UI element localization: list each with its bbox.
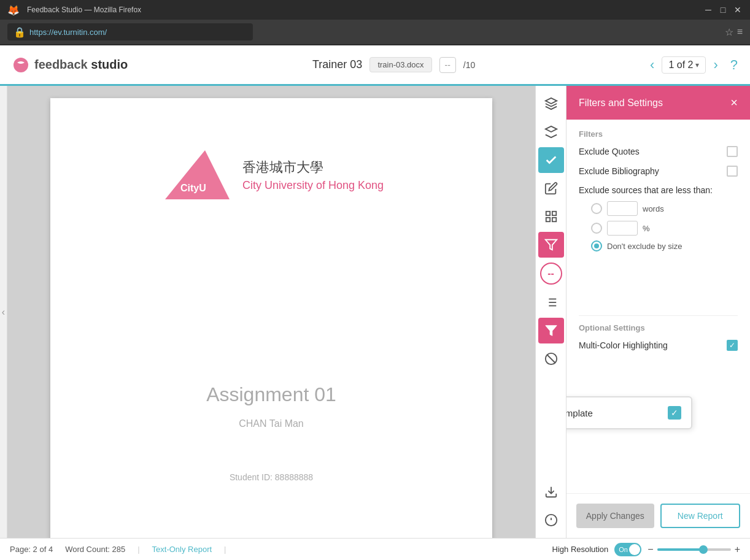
block-tool-btn[interactable] [538,346,564,372]
chevron-down-icon: ▾ [695,61,699,69]
dont-exclude-radio-btn[interactable] [591,240,602,251]
exclude-quotes-checkbox[interactable] [727,146,738,157]
exclude-template-label: Exclude Assignment Template [566,408,593,418]
words-input[interactable] [607,201,638,216]
zoom-slider-track [657,548,702,551]
maximize-btn[interactable]: □ [718,5,728,15]
words-unit-label: words [643,204,664,213]
zoom-slider[interactable] [657,548,731,551]
university-english: City University of Hong Kong [242,179,384,192]
high-resolution-toggle[interactable]: On [614,543,641,556]
text-only-report-btn[interactable]: Text-Only Report [152,545,212,554]
url-text: https://ev.turnitin.com/ [29,28,107,37]
words-radio-btn[interactable] [591,203,602,214]
download-tool-btn[interactable] [538,479,564,505]
percent-radio-row: % [591,221,738,236]
next-page-btn[interactable]: › [711,55,720,75]
word-count-label: Word Count: 285 [65,545,125,554]
exclude-template-bubble: Exclude Assignment Template [566,396,692,429]
sidebar-toggle-icon: ‹ [2,307,5,318]
multi-color-checkbox[interactable] [727,340,738,351]
svg-rect-5 [552,212,555,215]
filters-content: Filters Exclude Quotes Exclude Bibliogra… [566,120,750,493]
exclude-bibliography-checkbox[interactable] [727,166,738,177]
filters-header: Filters and Settings × [566,86,750,120]
svg-rect-4 [546,212,549,215]
score-badge: -- [439,57,456,73]
check-tool-btn[interactable] [538,147,564,173]
right-tools: -- [535,86,566,538]
assignment-title: Assignment 01 [206,383,336,406]
percent-input[interactable] [607,221,638,236]
exclude-quotes-label: Exclude Quotes [579,147,640,156]
sort-tool-btn[interactable] [538,290,564,315]
page-info-label: Page: 2 of 4 [10,545,53,554]
logo-text: feedback studio [34,58,128,72]
cityu-text-area: 香港城市大學 City University of Hong Kong [242,158,384,192]
filters-close-btn[interactable]: × [730,96,738,110]
student-name: CHAN Tai Man [239,418,304,429]
new-report-btn[interactable]: New Report [660,504,741,528]
words-radio-row: words [591,201,738,216]
zoom-slider-thumb[interactable] [699,545,708,554]
browser-controls: ─ □ ✕ [703,5,743,15]
filters-section-title: Filters [579,129,738,139]
zoom-out-btn[interactable]: − [648,544,653,555]
filter-layers-btn[interactable] [538,119,564,145]
dont-exclude-label: Don't exclude by size [607,242,682,251]
student-id: Student ID: 88888888 [230,472,313,482]
info-tool-btn[interactable] [538,507,564,533]
footer-separator-1: | [137,545,139,554]
footer-separator-2: | [224,545,226,554]
similarity-score-circle[interactable]: -- [540,263,562,285]
browser-titlebar: 🦊 Feedback Studio — Mozilla Firefox ─ □ … [0,0,750,20]
multi-color-row: Multi-Color Highlighting [579,340,738,351]
zoom-in-btn[interactable]: + [735,544,740,555]
multi-color-label: Multi-Color Highlighting [579,340,668,350]
optional-settings-divider [579,315,738,316]
high-resolution-label: High Resolution [552,545,609,554]
edit-tool-btn[interactable] [538,175,564,201]
browser-favicon: 🦊 [7,4,20,16]
address-bar[interactable]: 🔒 https://ev.turnitin.com/ [7,23,253,40]
dont-exclude-radio-row: Don't exclude by size [591,240,738,251]
exclude-bibliography-label: Exclude Bibliography [579,166,659,176]
cityu-logo-svg: CityU [159,147,233,202]
university-chinese: 香港城市大學 [242,158,384,177]
exclude-template-checkbox[interactable] [668,406,681,420]
close-btn[interactable]: ✕ [733,5,743,15]
document-page: CityU 香港城市大學 City University of Hong Kon… [50,98,492,538]
grid-tool-btn[interactable] [538,204,564,229]
optional-settings-title: Optional Settings [579,323,738,332]
toggle-knob [629,544,640,555]
svg-rect-7 [546,218,549,221]
filter-tool-btn[interactable] [538,318,564,343]
footer: Page: 2 of 4 Word Count: 285 | Text-Only… [0,538,750,560]
document-area: CityU 香港城市大學 City University of Hong Kon… [7,86,535,538]
radio-options: words % Don't exclude by size [579,201,738,251]
percent-radio-btn[interactable] [591,223,602,234]
page-selector[interactable]: 1 of 2 ▾ [662,56,706,74]
left-sidebar[interactable]: ‹ [0,86,7,538]
help-btn[interactable]: ? [730,57,738,73]
footer-right: High Resolution On − + [552,543,740,556]
apply-changes-btn[interactable]: Apply Changes [576,504,654,528]
app-header: feedback studio Trainer 03 train-03.docx… [0,45,750,86]
sources-less-than-label: Exclude sources that are less than: [579,185,738,195]
header-nav: ‹ 1 of 2 ▾ › ? [648,55,738,75]
header-center: Trainer 03 train-03.docx -- /10 [152,57,635,73]
prev-page-btn[interactable]: ‹ [648,55,657,75]
layers-tool-btn[interactable] [538,91,564,117]
page-selector-text: 1 of 2 [668,59,693,71]
svg-line-17 [547,355,555,363]
filters-footer: Apply Changes New Report [566,493,750,538]
minimize-btn[interactable]: ─ [703,5,713,15]
svg-marker-15 [545,326,556,336]
filter-active-btn[interactable] [538,232,564,258]
filters-panel: Filters and Settings × Filters Exclude Q… [566,86,750,538]
svg-marker-8 [545,240,556,250]
menu-icon[interactable]: ≡ [737,26,743,38]
percent-unit-label: % [643,224,650,233]
university-logo: CityU 香港城市大學 City University of Hong Kon… [159,147,384,202]
bookmark-icon[interactable]: ☆ [725,26,733,38]
